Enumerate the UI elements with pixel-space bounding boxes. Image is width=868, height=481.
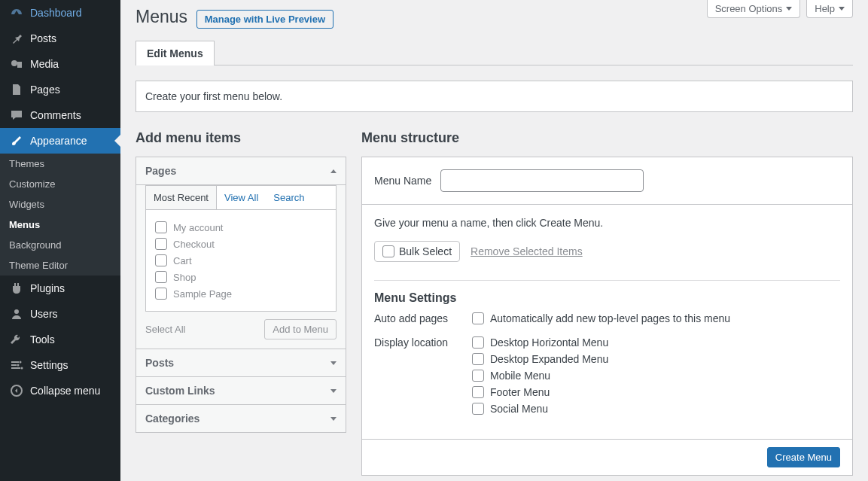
auto-add-checkbox[interactable] (472, 312, 484, 324)
location-checkbox[interactable] (472, 353, 484, 365)
location-checkbox[interactable] (472, 336, 484, 349)
create-menu-button[interactable]: Create Menu (767, 447, 840, 467)
page-label: My account (173, 222, 223, 233)
tab-edit-menus[interactable]: Edit Menus (136, 41, 215, 65)
sidebar-item-posts[interactable]: Posts (0, 26, 120, 51)
chevron-up-icon (330, 169, 337, 173)
submenu-widgets[interactable]: Widgets (0, 194, 120, 215)
page-checkbox[interactable] (155, 254, 167, 266)
notice: Create your first menu below. (136, 81, 853, 112)
svg-point-2 (20, 361, 22, 364)
screen-options-button[interactable]: Screen Options (707, 0, 801, 18)
submenu-themes[interactable]: Themes (0, 154, 120, 174)
location-option[interactable]: Mobile Menu (472, 370, 608, 382)
location-option[interactable]: Footer Menu (472, 386, 608, 398)
sidebar-item-appearance[interactable]: Appearance (0, 128, 120, 154)
sidebar-item-settings[interactable]: Settings (0, 352, 120, 378)
sidebar-item-dashboard[interactable]: Dashboard (0, 0, 120, 26)
sidebar-item-comments[interactable]: Comments (0, 102, 120, 128)
page-title: Menus (136, 0, 187, 30)
live-preview-button[interactable]: Manage with Live Preview (196, 10, 333, 29)
sliders-icon (9, 358, 24, 373)
menu-name-input[interactable] (440, 169, 644, 192)
user-icon (9, 306, 24, 321)
page-label: Sample Page (173, 288, 232, 300)
pin-icon (9, 31, 24, 46)
acc-body-pages: Most Recent View All Search My account C… (136, 185, 346, 349)
bulk-select-checkbox[interactable] (382, 245, 394, 257)
auto-add-text: Automatically add new top-level pages to… (490, 312, 730, 324)
location-checkbox[interactable] (472, 386, 484, 398)
location-option[interactable]: Social Menu (472, 403, 608, 415)
location-checkbox[interactable] (472, 370, 484, 382)
dashboard-icon (9, 5, 24, 20)
page-checkbox-list: My account Checkout Cart Shop Sample Pag… (145, 210, 337, 312)
divider (374, 280, 840, 281)
sidebar-collapse[interactable]: Collapse menu (0, 378, 120, 403)
add-items-heading: Add menu items (136, 130, 346, 146)
page-item[interactable]: Shop (155, 269, 327, 285)
location-text: Desktop Expanded Menu (490, 353, 608, 365)
page-item[interactable]: Cart (155, 252, 327, 269)
sidebar-item-pages[interactable]: Pages (0, 77, 120, 102)
auto-add-option[interactable]: Automatically add new top-level pages to… (472, 312, 730, 324)
main-content: Screen Options Help Menus Manage with Li… (120, 0, 868, 481)
svg-point-0 (11, 60, 17, 66)
admin-sidebar: Dashboard Posts Media Pages Comments App… (0, 0, 120, 481)
chevron-down-icon (786, 7, 792, 11)
appearance-submenu: Themes Customize Widgets Menus Backgroun… (0, 154, 120, 276)
submenu-customize[interactable]: Customize (0, 174, 120, 194)
submenu-menus[interactable]: Menus (0, 215, 120, 235)
sidebar-label: Tools (30, 333, 55, 346)
sidebar-item-users[interactable]: Users (0, 301, 120, 327)
sidebar-label: Appearance (30, 135, 87, 147)
acc-head-categories[interactable]: Categories (136, 404, 346, 432)
help-label: Help (815, 3, 835, 14)
page-item[interactable]: Sample Page (155, 285, 327, 302)
page-checkbox[interactable] (155, 271, 167, 283)
sidebar-label: Media (30, 58, 59, 70)
page-icon (9, 82, 24, 97)
plugin-icon (9, 281, 24, 296)
media-icon (9, 56, 24, 72)
acc-head-custom-links[interactable]: Custom Links (136, 376, 346, 404)
page-item[interactable]: My account (155, 219, 327, 236)
page-label: Shop (173, 272, 196, 283)
subtab-search[interactable]: Search (266, 186, 312, 209)
sidebar-item-media[interactable]: Media (0, 51, 120, 77)
sidebar-item-plugins[interactable]: Plugins (0, 276, 120, 301)
sidebar-label: Comments (30, 109, 81, 121)
menu-name-label: Menu Name (374, 175, 431, 187)
subtab-viewall[interactable]: View All (217, 186, 266, 209)
location-text: Footer Menu (490, 386, 550, 398)
display-location-label: Display location (374, 336, 472, 419)
sidebar-item-tools[interactable]: Tools (0, 327, 120, 352)
bulk-select-button[interactable]: Bulk Select (374, 241, 460, 262)
submenu-theme-editor[interactable]: Theme Editor (0, 255, 120, 276)
location-option[interactable]: Desktop Horizontal Menu (472, 336, 608, 349)
remove-selected-link[interactable]: Remove Selected Items (471, 245, 583, 257)
sidebar-label: Plugins (30, 282, 65, 294)
location-text: Social Menu (490, 403, 548, 415)
location-checkbox[interactable] (472, 403, 484, 415)
submenu-background[interactable]: Background (0, 235, 120, 255)
location-option[interactable]: Desktop Expanded Menu (472, 353, 608, 365)
page-item[interactable]: Checkout (155, 236, 327, 252)
screen-options-label: Screen Options (715, 3, 783, 14)
select-all-link[interactable]: Select All (145, 324, 185, 335)
bulk-select-label: Bulk Select (399, 245, 452, 257)
subtab-recent[interactable]: Most Recent (146, 186, 217, 209)
brush-icon (9, 133, 24, 148)
add-to-menu-button[interactable]: Add to Menu (264, 319, 337, 339)
help-button[interactable]: Help (806, 0, 853, 18)
chevron-down-icon (330, 389, 337, 393)
acc-head-posts[interactable]: Posts (136, 349, 346, 376)
acc-head-pages[interactable]: Pages (136, 157, 346, 185)
sidebar-label: Posts (30, 32, 56, 44)
page-checkbox[interactable] (155, 221, 167, 233)
sidebar-label: Settings (30, 359, 69, 371)
page-checkbox[interactable] (155, 238, 167, 250)
page-checkbox[interactable] (155, 288, 167, 300)
acc-title: Categories (145, 413, 199, 425)
chevron-down-icon (839, 7, 845, 11)
